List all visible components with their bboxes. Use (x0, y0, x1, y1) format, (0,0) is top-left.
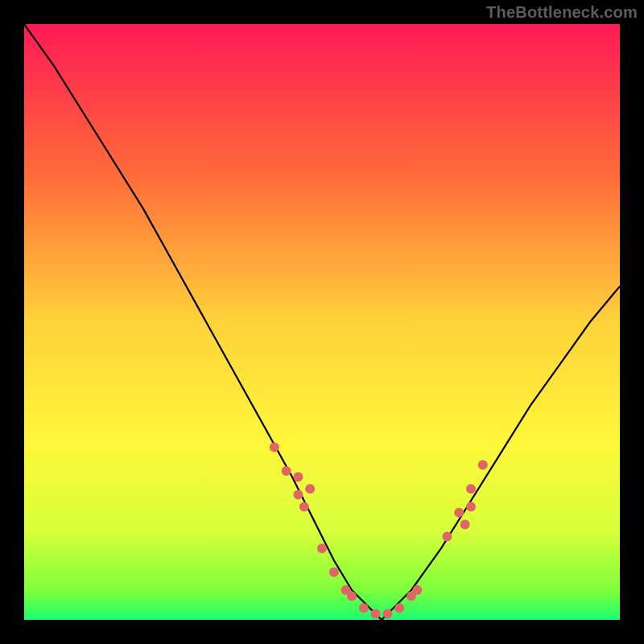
curve-point (460, 520, 470, 530)
chart-background (24, 24, 620, 620)
curve-point (359, 603, 369, 613)
chart-svg (24, 24, 620, 620)
curve-point (293, 490, 303, 500)
curve-point (442, 531, 452, 541)
curve-point (293, 472, 303, 481)
curve-point (412, 585, 422, 595)
curve-point (282, 466, 291, 476)
curve-point (466, 484, 476, 493)
curve-point (454, 508, 464, 518)
watermark-text: TheBottleneck.com (486, 3, 638, 22)
curve-point (305, 484, 315, 493)
chart-frame: TheBottleneck.com (0, 0, 644, 644)
curve-point (478, 460, 488, 470)
bottleneck-chart (24, 24, 620, 620)
curve-point (329, 568, 339, 577)
curve-point (270, 442, 279, 452)
curve-point (347, 591, 357, 601)
curve-point (382, 609, 392, 619)
curve-point (466, 502, 476, 511)
curve-point (299, 502, 309, 511)
curve-point (371, 609, 381, 619)
curve-point (317, 543, 327, 553)
curve-point (394, 603, 404, 613)
